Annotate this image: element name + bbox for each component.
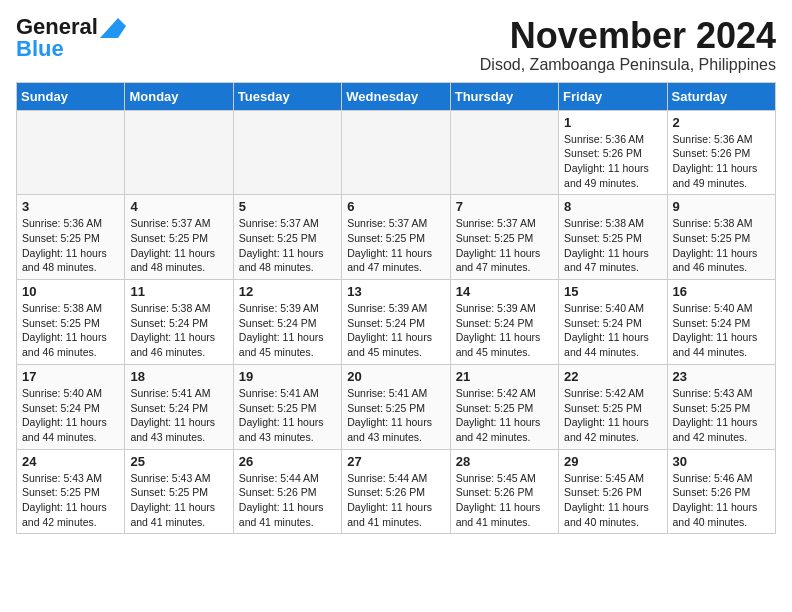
day-info: Sunrise: 5:45 AM Sunset: 5:26 PM Dayligh… [564,471,661,530]
table-cell: 22Sunrise: 5:42 AM Sunset: 5:25 PM Dayli… [559,364,667,449]
day-number: 29 [564,454,661,469]
day-number: 14 [456,284,553,299]
table-cell [17,110,125,195]
day-number: 18 [130,369,227,384]
day-number: 25 [130,454,227,469]
day-info: Sunrise: 5:38 AM Sunset: 5:24 PM Dayligh… [130,301,227,360]
day-info: Sunrise: 5:44 AM Sunset: 5:26 PM Dayligh… [347,471,444,530]
weekday-header-row: SundayMondayTuesdayWednesdayThursdayFrid… [17,82,776,110]
day-info: Sunrise: 5:38 AM Sunset: 5:25 PM Dayligh… [22,301,119,360]
week-row-5: 24Sunrise: 5:43 AM Sunset: 5:25 PM Dayli… [17,449,776,534]
day-info: Sunrise: 5:36 AM Sunset: 5:25 PM Dayligh… [22,216,119,275]
table-cell: 19Sunrise: 5:41 AM Sunset: 5:25 PM Dayli… [233,364,341,449]
title-area: November 2024 Disod, Zamboanga Peninsula… [480,16,776,74]
day-info: Sunrise: 5:43 AM Sunset: 5:25 PM Dayligh… [673,386,770,445]
day-number: 20 [347,369,444,384]
day-info: Sunrise: 5:38 AM Sunset: 5:25 PM Dayligh… [673,216,770,275]
day-info: Sunrise: 5:37 AM Sunset: 5:25 PM Dayligh… [239,216,336,275]
weekday-tuesday: Tuesday [233,82,341,110]
table-cell: 17Sunrise: 5:40 AM Sunset: 5:24 PM Dayli… [17,364,125,449]
day-info: Sunrise: 5:38 AM Sunset: 5:25 PM Dayligh… [564,216,661,275]
day-number: 10 [22,284,119,299]
weekday-friday: Friday [559,82,667,110]
day-number: 30 [673,454,770,469]
day-info: Sunrise: 5:40 AM Sunset: 5:24 PM Dayligh… [673,301,770,360]
month-title: November 2024 [480,16,776,56]
table-cell: 20Sunrise: 5:41 AM Sunset: 5:25 PM Dayli… [342,364,450,449]
day-info: Sunrise: 5:40 AM Sunset: 5:24 PM Dayligh… [22,386,119,445]
day-number: 7 [456,199,553,214]
table-cell: 2Sunrise: 5:36 AM Sunset: 5:26 PM Daylig… [667,110,775,195]
day-number: 11 [130,284,227,299]
weekday-saturday: Saturday [667,82,775,110]
table-cell: 9Sunrise: 5:38 AM Sunset: 5:25 PM Daylig… [667,195,775,280]
day-number: 28 [456,454,553,469]
week-row-1: 1Sunrise: 5:36 AM Sunset: 5:26 PM Daylig… [17,110,776,195]
table-cell: 30Sunrise: 5:46 AM Sunset: 5:26 PM Dayli… [667,449,775,534]
table-cell: 11Sunrise: 5:38 AM Sunset: 5:24 PM Dayli… [125,280,233,365]
header: General Blue November 2024 Disod, Zamboa… [16,16,776,74]
table-cell: 21Sunrise: 5:42 AM Sunset: 5:25 PM Dayli… [450,364,558,449]
table-cell: 25Sunrise: 5:43 AM Sunset: 5:25 PM Dayli… [125,449,233,534]
day-info: Sunrise: 5:43 AM Sunset: 5:25 PM Dayligh… [130,471,227,530]
table-cell: 29Sunrise: 5:45 AM Sunset: 5:26 PM Dayli… [559,449,667,534]
day-info: Sunrise: 5:40 AM Sunset: 5:24 PM Dayligh… [564,301,661,360]
table-cell: 23Sunrise: 5:43 AM Sunset: 5:25 PM Dayli… [667,364,775,449]
table-cell [125,110,233,195]
day-number: 1 [564,115,661,130]
day-info: Sunrise: 5:39 AM Sunset: 5:24 PM Dayligh… [347,301,444,360]
table-cell: 28Sunrise: 5:45 AM Sunset: 5:26 PM Dayli… [450,449,558,534]
weekday-monday: Monday [125,82,233,110]
day-number: 13 [347,284,444,299]
day-number: 2 [673,115,770,130]
table-cell: 13Sunrise: 5:39 AM Sunset: 5:24 PM Dayli… [342,280,450,365]
table-cell: 5Sunrise: 5:37 AM Sunset: 5:25 PM Daylig… [233,195,341,280]
day-number: 5 [239,199,336,214]
location: Disod, Zamboanga Peninsula, Philippines [480,56,776,74]
day-info: Sunrise: 5:41 AM Sunset: 5:24 PM Dayligh… [130,386,227,445]
table-cell: 7Sunrise: 5:37 AM Sunset: 5:25 PM Daylig… [450,195,558,280]
weekday-thursday: Thursday [450,82,558,110]
day-number: 6 [347,199,444,214]
day-number: 22 [564,369,661,384]
logo: General Blue [16,16,98,60]
day-info: Sunrise: 5:36 AM Sunset: 5:26 PM Dayligh… [673,132,770,191]
table-cell: 12Sunrise: 5:39 AM Sunset: 5:24 PM Dayli… [233,280,341,365]
day-number: 23 [673,369,770,384]
table-cell: 6Sunrise: 5:37 AM Sunset: 5:25 PM Daylig… [342,195,450,280]
day-number: 3 [22,199,119,214]
table-cell: 15Sunrise: 5:40 AM Sunset: 5:24 PM Dayli… [559,280,667,365]
day-number: 16 [673,284,770,299]
day-info: Sunrise: 5:36 AM Sunset: 5:26 PM Dayligh… [564,132,661,191]
table-cell: 14Sunrise: 5:39 AM Sunset: 5:24 PM Dayli… [450,280,558,365]
svg-marker-0 [100,18,126,38]
day-number: 12 [239,284,336,299]
day-number: 9 [673,199,770,214]
day-info: Sunrise: 5:46 AM Sunset: 5:26 PM Dayligh… [673,471,770,530]
week-row-2: 3Sunrise: 5:36 AM Sunset: 5:25 PM Daylig… [17,195,776,280]
weekday-wednesday: Wednesday [342,82,450,110]
day-number: 24 [22,454,119,469]
table-cell: 27Sunrise: 5:44 AM Sunset: 5:26 PM Dayli… [342,449,450,534]
day-info: Sunrise: 5:37 AM Sunset: 5:25 PM Dayligh… [130,216,227,275]
day-info: Sunrise: 5:37 AM Sunset: 5:25 PM Dayligh… [456,216,553,275]
day-info: Sunrise: 5:44 AM Sunset: 5:26 PM Dayligh… [239,471,336,530]
day-number: 17 [22,369,119,384]
day-number: 8 [564,199,661,214]
table-cell: 16Sunrise: 5:40 AM Sunset: 5:24 PM Dayli… [667,280,775,365]
day-info: Sunrise: 5:41 AM Sunset: 5:25 PM Dayligh… [239,386,336,445]
day-info: Sunrise: 5:43 AM Sunset: 5:25 PM Dayligh… [22,471,119,530]
table-cell: 18Sunrise: 5:41 AM Sunset: 5:24 PM Dayli… [125,364,233,449]
day-number: 19 [239,369,336,384]
table-cell: 26Sunrise: 5:44 AM Sunset: 5:26 PM Dayli… [233,449,341,534]
table-cell: 3Sunrise: 5:36 AM Sunset: 5:25 PM Daylig… [17,195,125,280]
table-cell: 24Sunrise: 5:43 AM Sunset: 5:25 PM Dayli… [17,449,125,534]
day-number: 21 [456,369,553,384]
table-cell: 10Sunrise: 5:38 AM Sunset: 5:25 PM Dayli… [17,280,125,365]
week-row-4: 17Sunrise: 5:40 AM Sunset: 5:24 PM Dayli… [17,364,776,449]
day-number: 26 [239,454,336,469]
table-cell: 4Sunrise: 5:37 AM Sunset: 5:25 PM Daylig… [125,195,233,280]
day-info: Sunrise: 5:42 AM Sunset: 5:25 PM Dayligh… [564,386,661,445]
day-info: Sunrise: 5:45 AM Sunset: 5:26 PM Dayligh… [456,471,553,530]
day-info: Sunrise: 5:41 AM Sunset: 5:25 PM Dayligh… [347,386,444,445]
